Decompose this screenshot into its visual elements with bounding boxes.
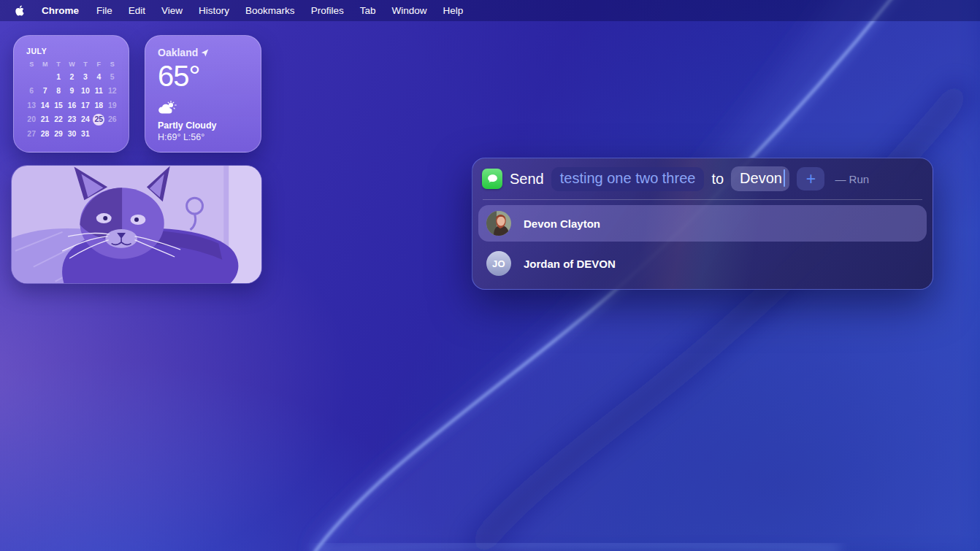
calendar-day: 23 <box>65 114 78 125</box>
recipient-field[interactable]: Devon <box>731 166 789 191</box>
calendar-day: 9 <box>65 85 78 96</box>
menu-item-edit[interactable]: Edit <box>120 5 153 16</box>
calendar-day: 28 <box>38 128 51 139</box>
calendar-day-selected: 25 <box>92 114 105 125</box>
calendar-day: 19 <box>106 100 119 111</box>
calendar-day: 27 <box>25 128 38 139</box>
contact-initials-avatar: JO <box>486 251 511 276</box>
message-text-field[interactable]: testing one two three <box>551 167 705 191</box>
suggestion-row-devon-clayton[interactable]: Devon Clayton <box>478 205 927 242</box>
apple-logo-icon <box>15 4 25 17</box>
calendar-day: 15 <box>52 100 65 111</box>
menu-item-bookmarks[interactable]: Bookmarks <box>237 5 303 16</box>
suggestion-name: Jordan of DEVON <box>524 258 616 270</box>
calendar-day: 30 <box>65 128 78 139</box>
calendar-day-header: W <box>65 61 78 68</box>
calendar-day: 2 <box>65 72 78 82</box>
cat-photo <box>12 166 261 283</box>
calendar-day-header: S <box>106 61 119 68</box>
weather-location-label: Oakland <box>158 47 198 58</box>
calendar-day: 14 <box>38 100 51 111</box>
shortcut-command-palette: Send testing one two three to Devon + — … <box>472 158 933 290</box>
action-label: Send <box>510 171 544 188</box>
desktop-wallpaper: Chrome File Edit View History Bookmarks … <box>0 0 980 551</box>
menu-item-history[interactable]: History <box>191 5 237 16</box>
calendar-day-header: T <box>79 61 92 68</box>
calendar-day <box>92 128 105 139</box>
calendar-day: 26 <box>106 114 119 125</box>
menu-item-chrome[interactable]: Chrome <box>32 5 88 16</box>
calendar-day: 21 <box>38 114 51 125</box>
calendar-day: 16 <box>65 100 78 111</box>
calendar-day: 7 <box>38 85 51 96</box>
calendar-day: 17 <box>79 100 92 111</box>
menu-item-window[interactable]: Window <box>383 5 435 16</box>
location-arrow-icon <box>201 49 209 57</box>
add-recipient-button[interactable]: + <box>797 167 824 190</box>
calendar-widget[interactable]: JULY S M T W T F S 1 2 3 4 5 6 7 8 9 10 … <box>13 35 129 153</box>
calendar-day: 11 <box>92 85 105 96</box>
calendar-day: 8 <box>52 85 65 96</box>
suggestion-row-jordan-of-devon[interactable]: JO Jordan of DEVON <box>478 245 927 282</box>
menu-item-tab[interactable]: Tab <box>352 5 384 16</box>
suggestion-list: Devon Clayton JO Jordan of DEVON <box>472 200 933 290</box>
run-hint-label: — Run <box>835 173 869 185</box>
menu-item-profiles[interactable]: Profiles <box>303 5 352 16</box>
calendar-day: 5 <box>106 72 119 82</box>
calendar-day: 18 <box>92 100 105 111</box>
weather-widget[interactable]: Oakland 65° Partly Cloudy H:69° L:56° <box>145 35 261 153</box>
messages-icon <box>482 169 502 189</box>
calendar-day-header: T <box>52 61 65 68</box>
calendar-day: 22 <box>52 114 65 125</box>
text-cursor <box>784 169 786 187</box>
calendar-day-header: M <box>38 61 51 68</box>
menu-item-file[interactable]: File <box>88 5 120 16</box>
calendar-day: 31 <box>79 128 92 139</box>
calendar-day: 13 <box>25 100 38 111</box>
contact-photo-avatar <box>486 211 511 236</box>
menu-item-help[interactable]: Help <box>435 5 471 16</box>
weather-temperature: 65° <box>158 60 249 93</box>
menu-item-view[interactable]: View <box>153 5 191 16</box>
calendar-day <box>38 72 51 82</box>
menu-bar: Chrome File Edit View History Bookmarks … <box>0 0 980 21</box>
photo-widget[interactable] <box>11 165 262 284</box>
connector-label: to <box>711 171 724 188</box>
suggestion-name: Devon Clayton <box>524 217 600 230</box>
calendar-day: 12 <box>106 85 119 96</box>
weather-high-low: H:69° L:56° <box>158 132 249 142</box>
calendar-day: 10 <box>79 85 92 96</box>
calendar-day: 1 <box>52 72 65 82</box>
calendar-day <box>106 128 119 139</box>
recipient-text: Devon <box>740 170 782 187</box>
calendar-day: 3 <box>79 72 92 82</box>
partly-cloudy-icon <box>158 101 249 118</box>
calendar-month-label: JULY <box>26 47 119 55</box>
calendar-day-header: S <box>25 61 38 68</box>
calendar-day: 29 <box>52 128 65 139</box>
command-bar: Send testing one two three to Devon + — … <box>472 158 933 199</box>
calendar-day-header: F <box>92 61 105 68</box>
calendar-day: 20 <box>25 114 38 125</box>
calendar-day <box>25 72 38 82</box>
calendar-day: 6 <box>25 85 38 96</box>
apple-menu[interactable] <box>7 4 32 17</box>
calendar-grid: S M T W T F S 1 2 3 4 5 6 7 8 9 10 11 12… <box>25 61 119 139</box>
calendar-day: 24 <box>79 114 92 125</box>
weather-condition-label: Partly Cloudy <box>158 120 249 131</box>
calendar-day: 4 <box>92 72 105 82</box>
